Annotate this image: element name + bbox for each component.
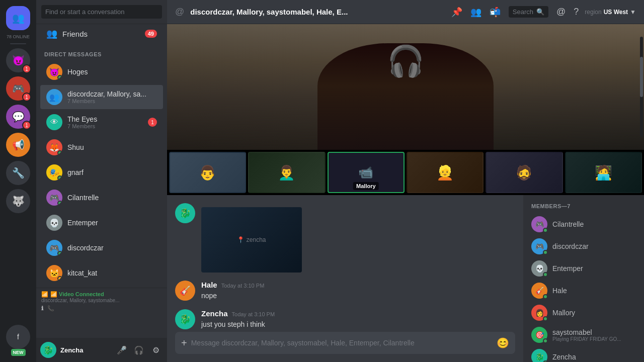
member-status-entemper <box>543 272 548 277</box>
member-status-cilantrelle <box>543 228 548 233</box>
pin-icon[interactable]: 📌 <box>451 7 462 18</box>
dm-avatar-hoges: 😈 <box>46 64 62 80</box>
thumb-2[interactable]: 👨‍🦱 <box>248 152 325 193</box>
region-selector[interactable]: region US West ▼ <box>585 9 636 16</box>
server-icon-1[interactable]: 😈 1 <box>6 48 30 72</box>
member-sub-saystomabel: Playing FRIDAY FRIDAY GO... <box>552 336 621 342</box>
mute-button[interactable]: 🎤 <box>115 343 129 357</box>
dm-avatar-entemper: 💀 <box>46 215 62 231</box>
member-status-hale <box>543 294 548 299</box>
member-item-entemper[interactable]: 💀 Entemper <box>527 257 640 280</box>
dm-name-shuu: Shuu <box>67 143 84 151</box>
dm-item-gnarf[interactable]: 🎭 gnarf <box>40 160 163 185</box>
server-icon-2[interactable]: 🎮 1 <box>6 76 30 101</box>
dm-item-discordczar[interactable]: 👥 discordczar, Mallory, sa... 7 Members <box>40 85 163 109</box>
dm-item-the-eyes[interactable]: 👁 The Eyes 7 Members 1 <box>40 110 163 134</box>
friends-row[interactable]: 👥 Friends 49 <box>40 24 163 43</box>
deafen-button[interactable]: 🎧 <box>132 343 146 357</box>
find-conversation-input[interactable] <box>41 5 162 19</box>
message-input-field[interactable] <box>191 333 493 352</box>
member-item-mallory[interactable]: 👩 Mallory <box>527 302 640 324</box>
member-avatar-hale: 🎸 <box>531 283 547 299</box>
member-item-zencha[interactable]: 🐉 Zencha <box>527 346 640 362</box>
voice-info-icon[interactable]: ℹ <box>41 305 43 312</box>
home-server-icon[interactable]: 👥 <box>6 6 30 30</box>
help-icon[interactable]: ? <box>574 7 579 17</box>
dm-name-kitcat: kitcat_kat <box>67 269 97 277</box>
chevron-down-icon: ▼ <box>630 9 636 16</box>
region-value: US West <box>604 9 628 16</box>
msg-text-zencha: just you steph i think <box>201 320 515 330</box>
members-icon[interactable]: 👥 <box>470 7 481 18</box>
thumb-5[interactable]: 🧔 <box>486 152 562 193</box>
dm-sub-discordczar: 7 Members <box>67 98 146 104</box>
server-icon-6[interactable]: 🐺 <box>6 189 30 213</box>
video-scrollbar[interactable] <box>640 37 643 137</box>
message-group-zencha-video: 🐉 📍 zencha <box>175 203 515 273</box>
online-count: 78 ONLINE <box>7 34 30 39</box>
add-server-icon[interactable]: f <box>6 325 30 349</box>
voice-phone-icon[interactable]: 📞 <box>47 305 54 312</box>
facebook-icon: f <box>17 333 19 341</box>
attach-button[interactable]: + <box>181 332 187 354</box>
member-name-discordczar: discordczar <box>552 242 589 250</box>
member-item-discordczar[interactable]: 🎮 discordczar <box>527 235 640 257</box>
msg-avatar-zencha: 🐉 <box>175 309 195 329</box>
channel-hash-icon: @ <box>175 7 184 17</box>
status-dot-kitcat <box>57 276 62 281</box>
status-dot-discordczar2 <box>57 251 62 256</box>
server-icon-5[interactable]: 🔧 <box>6 161 30 185</box>
thumb-4[interactable]: 👱 <box>407 152 484 193</box>
thumb-1[interactable]: 👨 <box>169 152 246 193</box>
msg-username-hale: Hale <box>201 281 217 289</box>
msg-timestamp-zencha: Today at 3:10 PM <box>232 311 275 317</box>
member-name-entemper: Entemper <box>552 264 583 273</box>
dm-sidebar: 👥 Friends 49 DIRECT MESSAGES 😈 Hoges 👥 d… <box>36 0 167 362</box>
dm-item-kitcat[interactable]: 🐱 kitcat_kat <box>40 261 163 285</box>
shared-video-thumbnail[interactable]: 📍 zencha <box>201 207 302 273</box>
settings-button[interactable]: ⚙ <box>149 343 163 357</box>
unread-badge-the-eyes: 1 <box>148 118 157 127</box>
current-user-name: Zencha <box>60 346 111 354</box>
message-group-zencha: 🐉 Zencha Today at 3:10 PM just you steph… <box>175 309 515 330</box>
server-badge-3: 1 <box>22 121 31 130</box>
dm-name-discordczar: discordczar, Mallory, sa... <box>67 90 146 98</box>
dm-item-cilantrelle[interactable]: 🎮 Cilantrelle <box>40 186 163 210</box>
voice-users: discordczar, Mallory, saystomabe... <box>41 298 162 303</box>
dm-name-gnarf: gnarf <box>67 168 84 176</box>
search-bar <box>36 0 167 24</box>
current-user-avatar: 🐉 <box>40 342 56 358</box>
inbox-icon[interactable]: 📬 <box>490 7 501 18</box>
emoji-button[interactable]: 😊 <box>497 332 509 354</box>
video-area: 🎧 👨 👨‍🦱 📹 <box>167 24 644 195</box>
user-panel: 🐉 Zencha 🎤 🎧 ⚙ <box>36 338 167 362</box>
member-status-discordczar <box>543 250 548 255</box>
msg-avatar-zencha-video: 🐉 <box>175 203 195 223</box>
dm-item-shuu[interactable]: 🦊 Shuu <box>40 135 163 159</box>
member-item-saystomabel[interactable]: 🎯 saystomabel Playing FRIDAY FRIDAY GO..… <box>527 324 640 346</box>
thumb-mallory[interactable]: 📹 Mallory <box>328 152 405 193</box>
dm-item-entemper[interactable]: 💀 Entemper <box>40 211 163 235</box>
member-item-cilantrelle[interactable]: 🎮 Cilantrelle <box>527 213 640 235</box>
dm-item-discordczar2[interactable]: 🎮 discordczar <box>40 236 163 260</box>
dm-name-hoges: Hoges <box>67 68 88 76</box>
member-avatar-zencha: 🐉 <box>531 349 547 362</box>
voice-strip[interactable]: 📶 📶 Video Connected discordczar, Mallory… <box>36 288 167 315</box>
search-box[interactable]: Search 🔍 <box>509 6 548 18</box>
dm-item-hoges[interactable]: 😈 Hoges <box>40 60 163 84</box>
video-camera-icon: 📹 <box>358 165 373 179</box>
mention-icon[interactable]: @ <box>556 7 566 17</box>
headphones-visual: 🎧 <box>387 43 425 79</box>
search-box-label: Search <box>513 8 533 16</box>
dm-avatar-gnarf: 🎭 <box>46 164 62 180</box>
thumb-6[interactable]: 🧑‍💻 <box>565 152 642 193</box>
dm-name-entemper: Entemper <box>67 219 98 227</box>
friends-icon: 👥 <box>46 28 57 39</box>
message-input-box: + 😊 <box>175 332 515 354</box>
server-icon-4[interactable]: 📢 <box>6 133 30 157</box>
member-item-hale[interactable]: 🎸 Hale <box>527 280 640 302</box>
voice-status-label: 📶 Video Connected <box>50 291 104 298</box>
dm-avatar-discordczar: 👥 <box>46 89 62 105</box>
server-icon-3[interactable]: 💬 1 <box>6 105 30 129</box>
status-dot-gnarf <box>57 175 62 180</box>
